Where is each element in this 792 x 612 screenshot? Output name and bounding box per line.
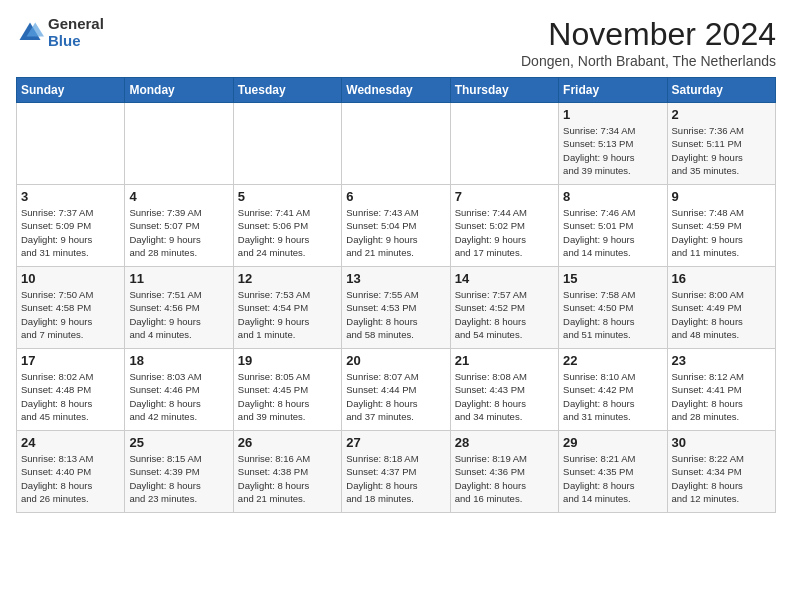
day-info: Sunrise: 8:21 AM Sunset: 4:35 PM Dayligh… — [563, 452, 662, 505]
day-cell: 25Sunrise: 8:15 AM Sunset: 4:39 PM Dayli… — [125, 431, 233, 513]
day-number: 26 — [238, 435, 337, 450]
day-number: 19 — [238, 353, 337, 368]
day-cell: 16Sunrise: 8:00 AM Sunset: 4:49 PM Dayli… — [667, 267, 775, 349]
day-cell: 12Sunrise: 7:53 AM Sunset: 4:54 PM Dayli… — [233, 267, 341, 349]
day-number: 7 — [455, 189, 554, 204]
day-info: Sunrise: 8:12 AM Sunset: 4:41 PM Dayligh… — [672, 370, 771, 423]
day-info: Sunrise: 7:39 AM Sunset: 5:07 PM Dayligh… — [129, 206, 228, 259]
logo-blue: Blue — [48, 33, 104, 50]
day-cell: 11Sunrise: 7:51 AM Sunset: 4:56 PM Dayli… — [125, 267, 233, 349]
day-number: 10 — [21, 271, 120, 286]
day-cell: 17Sunrise: 8:02 AM Sunset: 4:48 PM Dayli… — [17, 349, 125, 431]
day-cell: 8Sunrise: 7:46 AM Sunset: 5:01 PM Daylig… — [559, 185, 667, 267]
day-number: 17 — [21, 353, 120, 368]
day-info: Sunrise: 7:36 AM Sunset: 5:11 PM Dayligh… — [672, 124, 771, 177]
logo-text: General Blue — [48, 16, 104, 49]
day-number: 9 — [672, 189, 771, 204]
day-info: Sunrise: 8:08 AM Sunset: 4:43 PM Dayligh… — [455, 370, 554, 423]
logo-general: General — [48, 16, 104, 33]
day-cell: 1Sunrise: 7:34 AM Sunset: 5:13 PM Daylig… — [559, 103, 667, 185]
day-number: 27 — [346, 435, 445, 450]
day-number: 1 — [563, 107, 662, 122]
day-cell: 4Sunrise: 7:39 AM Sunset: 5:07 PM Daylig… — [125, 185, 233, 267]
week-row-5: 24Sunrise: 8:13 AM Sunset: 4:40 PM Dayli… — [17, 431, 776, 513]
day-cell: 19Sunrise: 8:05 AM Sunset: 4:45 PM Dayli… — [233, 349, 341, 431]
logo: General Blue — [16, 16, 104, 49]
day-info: Sunrise: 8:07 AM Sunset: 4:44 PM Dayligh… — [346, 370, 445, 423]
day-number: 2 — [672, 107, 771, 122]
day-info: Sunrise: 8:22 AM Sunset: 4:34 PM Dayligh… — [672, 452, 771, 505]
calendar-header-row: SundayMondayTuesdayWednesdayThursdayFrid… — [17, 78, 776, 103]
day-info: Sunrise: 8:00 AM Sunset: 4:49 PM Dayligh… — [672, 288, 771, 341]
day-number: 23 — [672, 353, 771, 368]
day-cell — [125, 103, 233, 185]
col-header-monday: Monday — [125, 78, 233, 103]
day-cell: 13Sunrise: 7:55 AM Sunset: 4:53 PM Dayli… — [342, 267, 450, 349]
day-cell — [233, 103, 341, 185]
col-header-thursday: Thursday — [450, 78, 558, 103]
logo-icon — [16, 19, 44, 47]
day-number: 28 — [455, 435, 554, 450]
day-cell: 9Sunrise: 7:48 AM Sunset: 4:59 PM Daylig… — [667, 185, 775, 267]
week-row-1: 1Sunrise: 7:34 AM Sunset: 5:13 PM Daylig… — [17, 103, 776, 185]
day-number: 29 — [563, 435, 662, 450]
day-cell: 22Sunrise: 8:10 AM Sunset: 4:42 PM Dayli… — [559, 349, 667, 431]
day-cell: 14Sunrise: 7:57 AM Sunset: 4:52 PM Dayli… — [450, 267, 558, 349]
day-cell — [450, 103, 558, 185]
day-cell: 18Sunrise: 8:03 AM Sunset: 4:46 PM Dayli… — [125, 349, 233, 431]
page: General Blue November 2024 Dongen, North… — [0, 0, 792, 523]
day-info: Sunrise: 8:10 AM Sunset: 4:42 PM Dayligh… — [563, 370, 662, 423]
day-number: 15 — [563, 271, 662, 286]
day-number: 5 — [238, 189, 337, 204]
day-number: 13 — [346, 271, 445, 286]
day-info: Sunrise: 7:58 AM Sunset: 4:50 PM Dayligh… — [563, 288, 662, 341]
day-info: Sunrise: 7:55 AM Sunset: 4:53 PM Dayligh… — [346, 288, 445, 341]
day-number: 6 — [346, 189, 445, 204]
day-info: Sunrise: 8:15 AM Sunset: 4:39 PM Dayligh… — [129, 452, 228, 505]
day-info: Sunrise: 7:50 AM Sunset: 4:58 PM Dayligh… — [21, 288, 120, 341]
day-number: 4 — [129, 189, 228, 204]
day-cell: 3Sunrise: 7:37 AM Sunset: 5:09 PM Daylig… — [17, 185, 125, 267]
day-info: Sunrise: 7:51 AM Sunset: 4:56 PM Dayligh… — [129, 288, 228, 341]
day-info: Sunrise: 7:46 AM Sunset: 5:01 PM Dayligh… — [563, 206, 662, 259]
day-info: Sunrise: 7:34 AM Sunset: 5:13 PM Dayligh… — [563, 124, 662, 177]
col-header-friday: Friday — [559, 78, 667, 103]
day-info: Sunrise: 7:48 AM Sunset: 4:59 PM Dayligh… — [672, 206, 771, 259]
day-number: 11 — [129, 271, 228, 286]
day-number: 21 — [455, 353, 554, 368]
day-cell: 23Sunrise: 8:12 AM Sunset: 4:41 PM Dayli… — [667, 349, 775, 431]
day-number: 12 — [238, 271, 337, 286]
subtitle: Dongen, North Brabant, The Netherlands — [521, 53, 776, 69]
day-number: 24 — [21, 435, 120, 450]
day-cell: 27Sunrise: 8:18 AM Sunset: 4:37 PM Dayli… — [342, 431, 450, 513]
col-header-wednesday: Wednesday — [342, 78, 450, 103]
col-header-sunday: Sunday — [17, 78, 125, 103]
day-cell: 26Sunrise: 8:16 AM Sunset: 4:38 PM Dayli… — [233, 431, 341, 513]
day-number: 20 — [346, 353, 445, 368]
day-info: Sunrise: 7:37 AM Sunset: 5:09 PM Dayligh… — [21, 206, 120, 259]
day-cell: 30Sunrise: 8:22 AM Sunset: 4:34 PM Dayli… — [667, 431, 775, 513]
day-info: Sunrise: 8:13 AM Sunset: 4:40 PM Dayligh… — [21, 452, 120, 505]
day-cell: 7Sunrise: 7:44 AM Sunset: 5:02 PM Daylig… — [450, 185, 558, 267]
week-row-4: 17Sunrise: 8:02 AM Sunset: 4:48 PM Dayli… — [17, 349, 776, 431]
col-header-saturday: Saturday — [667, 78, 775, 103]
day-info: Sunrise: 7:53 AM Sunset: 4:54 PM Dayligh… — [238, 288, 337, 341]
day-number: 22 — [563, 353, 662, 368]
day-info: Sunrise: 8:03 AM Sunset: 4:46 PM Dayligh… — [129, 370, 228, 423]
day-cell: 21Sunrise: 8:08 AM Sunset: 4:43 PM Dayli… — [450, 349, 558, 431]
day-info: Sunrise: 8:02 AM Sunset: 4:48 PM Dayligh… — [21, 370, 120, 423]
day-info: Sunrise: 8:16 AM Sunset: 4:38 PM Dayligh… — [238, 452, 337, 505]
day-info: Sunrise: 7:57 AM Sunset: 4:52 PM Dayligh… — [455, 288, 554, 341]
day-cell: 2Sunrise: 7:36 AM Sunset: 5:11 PM Daylig… — [667, 103, 775, 185]
month-title: November 2024 — [521, 16, 776, 53]
day-cell: 10Sunrise: 7:50 AM Sunset: 4:58 PM Dayli… — [17, 267, 125, 349]
day-cell: 29Sunrise: 8:21 AM Sunset: 4:35 PM Dayli… — [559, 431, 667, 513]
day-info: Sunrise: 8:19 AM Sunset: 4:36 PM Dayligh… — [455, 452, 554, 505]
week-row-3: 10Sunrise: 7:50 AM Sunset: 4:58 PM Dayli… — [17, 267, 776, 349]
day-number: 8 — [563, 189, 662, 204]
day-info: Sunrise: 7:43 AM Sunset: 5:04 PM Dayligh… — [346, 206, 445, 259]
day-number: 16 — [672, 271, 771, 286]
calendar-table: SundayMondayTuesdayWednesdayThursdayFrid… — [16, 77, 776, 513]
day-info: Sunrise: 7:44 AM Sunset: 5:02 PM Dayligh… — [455, 206, 554, 259]
day-cell: 6Sunrise: 7:43 AM Sunset: 5:04 PM Daylig… — [342, 185, 450, 267]
